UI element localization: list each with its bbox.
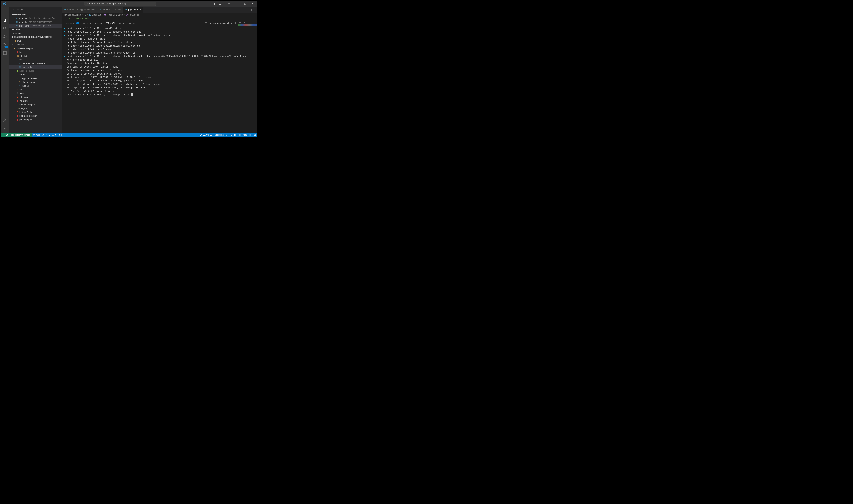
tree-file[interactable]: ▮package-lock.json bbox=[9, 114, 62, 118]
tree-folder[interactable]: ⌄🗁my-eks-blueprints bbox=[9, 47, 62, 50]
svg-point-19 bbox=[3, 27, 6, 29]
tree-file[interactable]: ▮package.json bbox=[9, 118, 62, 121]
editor-content[interactable]: 1 // lib/pipeline.ts bbox=[62, 17, 257, 20]
folder-open-icon: 🗁 bbox=[14, 47, 17, 50]
section-workspace[interactable]: ⌄EC2-USER [SSH: EKS-BLUEPRINT-REMOTE] bbox=[9, 35, 62, 39]
split-editor-icon[interactable] bbox=[249, 8, 251, 11]
terminal-profile-icon[interactable] bbox=[205, 22, 207, 24]
layout-sidebar-right-icon[interactable] bbox=[223, 2, 226, 5]
chevron-right-icon: › bbox=[11, 44, 14, 46]
terminal-content[interactable]: ● [ec2-user@ip-10-0-14-195 teams]$ cd ..… bbox=[62, 26, 257, 133]
customize-layout-icon[interactable] bbox=[228, 2, 230, 5]
breadcrumb[interactable]: my-eks-blueprints› lib› TS pipeline.ts› … bbox=[62, 13, 257, 17]
problems-count-badge: 1 bbox=[76, 22, 79, 24]
tree-file[interactable]: ⚗jest.config.js bbox=[9, 110, 62, 114]
activity-source-control-icon[interactable]: 14 bbox=[1, 41, 9, 49]
status-indentation[interactable]: Spaces: 2 bbox=[213, 134, 225, 136]
svg-point-29 bbox=[4, 119, 6, 120]
window-close-icon[interactable] bbox=[249, 1, 256, 7]
tree-file[interactable]: TSindex.ts bbox=[9, 84, 62, 88]
editor-tab[interactable]: TS pipeline.ts × bbox=[123, 7, 143, 13]
command-center-search[interactable]: ec2-user [SSH: eks-blueprint-remote] bbox=[84, 2, 156, 6]
svg-rect-7 bbox=[225, 3, 226, 5]
tree-file[interactable]: { }cdk.json bbox=[9, 106, 62, 110]
folder-icon: 🗀 bbox=[16, 55, 19, 57]
window-maximize-icon[interactable] bbox=[242, 1, 249, 7]
open-editor-item[interactable]: × TS index.ts ~/my-eks-blueprints/teams/… bbox=[9, 16, 62, 20]
panel-tab-ports[interactable]: PORTS bbox=[95, 21, 102, 25]
activity-accounts-icon[interactable] bbox=[1, 116, 9, 124]
tree-file[interactable]: ⚙.env bbox=[9, 91, 62, 95]
tree-file[interactable]: TSpipeline.ts bbox=[9, 65, 62, 69]
panel-tab-debug-console[interactable]: DEBUG CONSOLE bbox=[119, 21, 136, 25]
activity-extensions-icon[interactable] bbox=[1, 49, 9, 57]
editor-tab[interactable]: TS index.ts ~/.../application-team bbox=[62, 7, 97, 13]
tree-folder[interactable]: ›🗀platform-team bbox=[9, 80, 62, 84]
panel-tab-terminal[interactable]: TERMINAL bbox=[105, 21, 116, 25]
tree-file[interactable]: ◆.gitignore bbox=[9, 95, 62, 99]
tree-folder[interactable]: ›▮node_modules bbox=[9, 69, 62, 73]
tree-folder[interactable]: ›⚗test bbox=[9, 88, 62, 91]
activity-settings-icon[interactable] bbox=[1, 125, 9, 133]
typescript-icon: TS bbox=[89, 14, 91, 16]
svg-point-30 bbox=[4, 128, 5, 129]
tree-folder[interactable]: ⌄🗁teams bbox=[9, 73, 62, 76]
status-encoding[interactable]: UTF-8 bbox=[225, 134, 233, 136]
svg-rect-33 bbox=[205, 22, 207, 24]
open-editor-item[interactable]: × TS index.ts ~/my-eks-blueprints/teams bbox=[9, 20, 62, 24]
explorer-more-icon[interactable]: ··· bbox=[57, 9, 59, 11]
json-icon: { } bbox=[16, 104, 19, 106]
tree-file[interactable]: TSmy-eks-blueprints-stack.ts bbox=[9, 61, 62, 65]
tree-file[interactable]: ▮.npmignore bbox=[9, 99, 62, 103]
tree-folder[interactable]: ›▮bin bbox=[9, 50, 62, 54]
chevron-right-icon: › bbox=[10, 29, 12, 31]
activity-menu-icon[interactable] bbox=[1, 8, 9, 16]
section-open-editors[interactable]: ⌄OPEN EDITORS bbox=[9, 13, 62, 16]
editor-tab[interactable]: TS index.ts ~/.../teams bbox=[97, 7, 123, 13]
status-notifications-icon[interactable] bbox=[253, 134, 257, 136]
tree-folder[interactable]: ›🗀cdk.out bbox=[9, 54, 62, 58]
tree-folder[interactable]: ›▮aws bbox=[9, 39, 62, 43]
panel-tab-problems[interactable]: PROBLEMS 1 bbox=[65, 21, 80, 25]
status-remote[interactable]: SSH: eks-blueprint-remote bbox=[1, 133, 32, 137]
title-bar: ← → ec2-user [SSH: eks-blueprint-remote] bbox=[1, 1, 257, 7]
status-language[interactable]: { }TypeScript bbox=[238, 134, 253, 136]
tree-folder[interactable]: ⌄🗁lib bbox=[9, 58, 62, 61]
status-eol[interactable]: LF bbox=[233, 134, 238, 136]
activity-explorer-icon[interactable] bbox=[1, 16, 9, 24]
activity-run-debug-icon[interactable] bbox=[1, 33, 9, 41]
chevron-right-icon: › bbox=[10, 32, 12, 34]
svg-point-38 bbox=[33, 134, 34, 135]
status-branch[interactable]: main bbox=[32, 133, 45, 137]
typescript-icon: TS bbox=[18, 85, 21, 87]
activity-bar: 14 bbox=[1, 7, 9, 133]
typescript-icon: TS bbox=[16, 25, 18, 27]
svg-point-23 bbox=[4, 46, 5, 47]
open-editor-item[interactable]: × TS pipeline.ts ~/my-eks-blueprints/lib bbox=[9, 24, 62, 28]
section-timeline[interactable]: ›TIMELINE bbox=[9, 31, 62, 35]
tree-folder[interactable]: ›🗀cdk.out bbox=[9, 43, 62, 47]
tree-folder[interactable]: ›🗀application-team bbox=[9, 76, 62, 80]
layout-sidebar-left-icon[interactable] bbox=[214, 2, 217, 5]
terminal-name[interactable]: bash - my-eks-blueprints bbox=[209, 22, 231, 24]
chevron-down-icon: ⌄ bbox=[10, 14, 12, 16]
nav-forward-icon[interactable]: → bbox=[79, 2, 81, 5]
folder-open-icon: 🗁 bbox=[16, 73, 19, 76]
status-problems[interactable]: ⓧ1 ⚠0 bbox=[45, 133, 57, 137]
status-ports[interactable]: 0 bbox=[57, 133, 64, 137]
class-icon: ⬢ bbox=[104, 14, 106, 16]
tree-file[interactable]: { }cdk.context.json bbox=[9, 103, 62, 106]
chevron-down-icon: ⌄ bbox=[10, 36, 12, 38]
new-terminal-dropdown-icon[interactable] bbox=[233, 22, 237, 24]
status-cursor-position[interactable]: Ln 30, Col 38 bbox=[199, 134, 213, 136]
close-icon[interactable]: × bbox=[13, 24, 16, 27]
panel-tab-output[interactable]: OUTPUT bbox=[83, 21, 91, 25]
section-outline[interactable]: ›OUTLINE bbox=[9, 28, 62, 31]
activity-search-icon[interactable] bbox=[1, 24, 9, 33]
layout-panel-bottom-icon[interactable] bbox=[219, 2, 222, 5]
more-actions-icon[interactable]: ··· bbox=[254, 8, 256, 11]
window-minimize-icon[interactable] bbox=[234, 1, 241, 7]
close-icon[interactable]: × bbox=[140, 8, 141, 11]
nav-back-icon[interactable]: ← bbox=[74, 2, 76, 5]
folder-icon: 🗀 bbox=[14, 43, 17, 46]
